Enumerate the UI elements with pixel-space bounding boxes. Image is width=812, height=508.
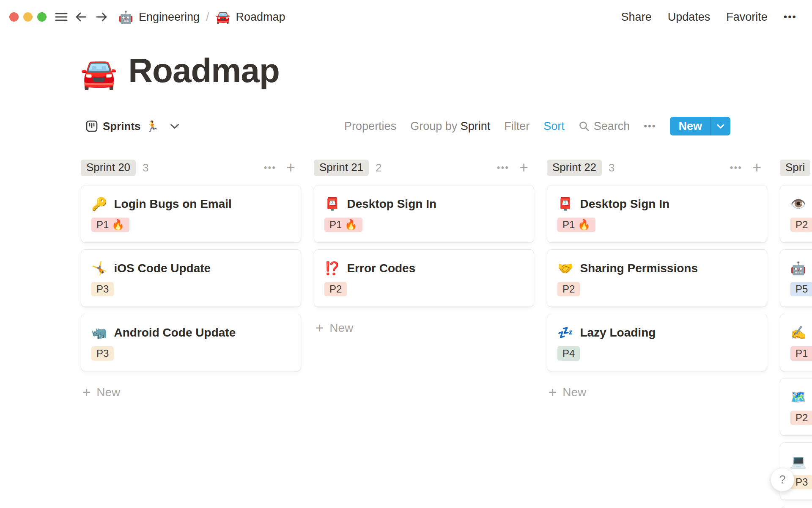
- new-card-label: New: [96, 386, 120, 399]
- priority-tag: P1 🔥: [324, 218, 362, 232]
- runner-emoji-icon: 🏃: [146, 120, 159, 133]
- filter-button[interactable]: Filter: [504, 120, 529, 133]
- board-column: Sprint 21 2 ••• + 📮 Desktop Sign In P1 🔥…: [314, 160, 534, 508]
- page-icon[interactable]: 🚘: [80, 59, 117, 88]
- board-column: Sprint 22 3 ••• + 📮 Desktop Sign In P1 🔥…: [547, 160, 767, 508]
- view-more-icon[interactable]: •••: [644, 121, 656, 132]
- card-title: Lazy Loading: [580, 326, 656, 340]
- column-add-icon[interactable]: +: [752, 162, 761, 174]
- search-icon: [579, 121, 590, 132]
- breadcrumb-page[interactable]: Roadmap: [236, 11, 285, 24]
- properties-button[interactable]: Properties: [344, 120, 396, 133]
- minimize-window-button[interactable]: [23, 12, 33, 22]
- column-more-icon[interactable]: •••: [264, 162, 276, 173]
- priority-tag: P1 🔥: [557, 218, 595, 232]
- column-title-pill[interactable]: Sprint 20: [81, 160, 136, 176]
- board-card[interactable]: 🤝 Sharing Permissions P2: [547, 249, 767, 307]
- card-emoji-icon: 📮: [324, 198, 340, 210]
- card-emoji-icon: 🤝: [557, 262, 573, 275]
- priority-tag: P5: [790, 282, 812, 296]
- column-header: Sprint 21 2 ••• +: [314, 160, 534, 176]
- column-count: 3: [609, 161, 614, 174]
- priority-tag: P2: [790, 218, 812, 232]
- view-toolbar: Sprints 🏃 Properties Group by Sprint Fil…: [0, 116, 812, 136]
- window-titlebar: 🤖 Engineering / 🚘 Roadmap Share Updates …: [0, 0, 812, 34]
- new-card-label: New: [562, 386, 586, 399]
- board-card[interactable]: 📮 Desktop Sign In P1 🔥: [314, 185, 534, 243]
- new-card-button[interactable]: + New: [547, 386, 767, 399]
- card-tags: P1 🔥: [790, 346, 812, 361]
- close-window-button[interactable]: [9, 12, 19, 22]
- column-title-pill[interactable]: Sprint 22: [547, 160, 602, 176]
- card-emoji-icon: 💻: [790, 455, 806, 468]
- view-tab-sprints[interactable]: Sprints 🏃: [86, 120, 179, 133]
- board-card[interactable]: 🗺️ R P2: [780, 378, 812, 436]
- new-button[interactable]: New: [670, 117, 730, 135]
- help-button[interactable]: ?: [771, 468, 794, 491]
- card-tags: P2: [324, 282, 524, 296]
- database-toolbar: Properties Group by Sprint Filter Sort S…: [344, 117, 730, 135]
- window-controls: [9, 12, 47, 22]
- forward-arrow-icon[interactable]: [95, 11, 108, 23]
- card-tags: P5: [790, 282, 812, 296]
- board-card[interactable]: 🤖 I P5: [780, 249, 812, 307]
- priority-tag: P3: [91, 346, 114, 361]
- plus-icon: +: [82, 387, 91, 398]
- breadcrumb-workspace[interactable]: Engineering: [139, 11, 200, 24]
- card-tags: P1 🔥: [557, 218, 757, 232]
- favorite-button[interactable]: Favorite: [726, 11, 768, 24]
- share-button[interactable]: Share: [621, 11, 652, 24]
- card-emoji-icon: 🤖: [790, 262, 806, 275]
- page-header: 🚘 Roadmap: [80, 53, 812, 88]
- column-header: Sprint 20 3 ••• +: [81, 160, 301, 176]
- new-card-button[interactable]: + New: [81, 386, 301, 399]
- view-name: Sprints: [103, 120, 141, 133]
- card-title: Desktop Sign In: [580, 197, 669, 211]
- chevron-down-icon: [170, 124, 179, 129]
- column-add-icon[interactable]: +: [286, 162, 295, 174]
- page-title[interactable]: Roadmap: [128, 53, 280, 88]
- board-card[interactable]: 💤 Lazy Loading P4: [547, 314, 767, 371]
- sort-button[interactable]: Sort: [543, 120, 565, 133]
- board-card[interactable]: ⁉️ Error Codes P2: [314, 249, 534, 307]
- back-arrow-icon[interactable]: [74, 11, 88, 23]
- board-card[interactable]: 👁️ M P2: [780, 185, 812, 243]
- zoom-window-button[interactable]: [37, 12, 47, 22]
- column-count: 3: [143, 161, 148, 174]
- kanban-board: Sprint 20 3 ••• + 🔑 Login Bugs on Email …: [0, 160, 812, 508]
- board-card[interactable]: 🦏 Android Code Update P3: [81, 314, 301, 371]
- column-add-icon[interactable]: +: [519, 162, 528, 174]
- search-button[interactable]: Search: [579, 120, 630, 133]
- board-card[interactable]: 🔑 Login Bugs on Email P1 🔥: [81, 185, 301, 243]
- new-button-chevron-icon[interactable]: [711, 117, 730, 135]
- plus-icon: +: [549, 387, 557, 398]
- column-title-pill[interactable]: Spri: [780, 160, 810, 176]
- column-actions: ••• +: [264, 162, 295, 174]
- group-by-button[interactable]: Group by Sprint: [410, 120, 490, 133]
- titlebar-actions: Share Updates Favorite •••: [621, 11, 797, 24]
- card-tags: P2: [557, 282, 757, 296]
- group-by-label: Group by: [410, 120, 457, 133]
- updates-button[interactable]: Updates: [668, 11, 710, 24]
- column-more-icon[interactable]: •••: [730, 162, 742, 173]
- column-title-pill[interactable]: Sprint 21: [314, 160, 369, 176]
- board-card[interactable]: 📮 Desktop Sign In P1 🔥: [547, 185, 767, 243]
- board-column: Sprint 20 3 ••• + 🔑 Login Bugs on Email …: [81, 160, 301, 508]
- more-options-icon[interactable]: •••: [784, 11, 797, 23]
- column-cards: 👁️ M P2 🤖 I P5 ✍️ R P1 🔥 🗺️ R P2 💻 D P3: [780, 185, 812, 508]
- board-card[interactable]: 🤸 iOS Code Update P3: [81, 249, 301, 307]
- priority-tag: P2: [324, 282, 347, 296]
- column-more-icon[interactable]: •••: [497, 162, 509, 173]
- card-tags: P1 🔥: [324, 218, 524, 232]
- card-title: Login Bugs on Email: [114, 197, 231, 211]
- group-by-value: Sprint: [461, 120, 491, 133]
- board-card[interactable]: ✍️ R P1 🔥: [780, 314, 812, 371]
- priority-tag: P1 🔥: [91, 218, 129, 232]
- priority-tag: P4: [557, 346, 580, 361]
- card-tags: P1 🔥: [91, 218, 291, 232]
- column-cards: 📮 Desktop Sign In P1 🔥 ⁉️ Error Codes P2: [314, 185, 534, 307]
- new-card-button[interactable]: + New: [314, 321, 534, 335]
- sidebar-menu-icon[interactable]: [55, 12, 68, 22]
- column-cards: 🔑 Login Bugs on Email P1 🔥 🤸 iOS Code Up…: [81, 185, 301, 371]
- page-emoji-icon: 🚘: [216, 10, 230, 24]
